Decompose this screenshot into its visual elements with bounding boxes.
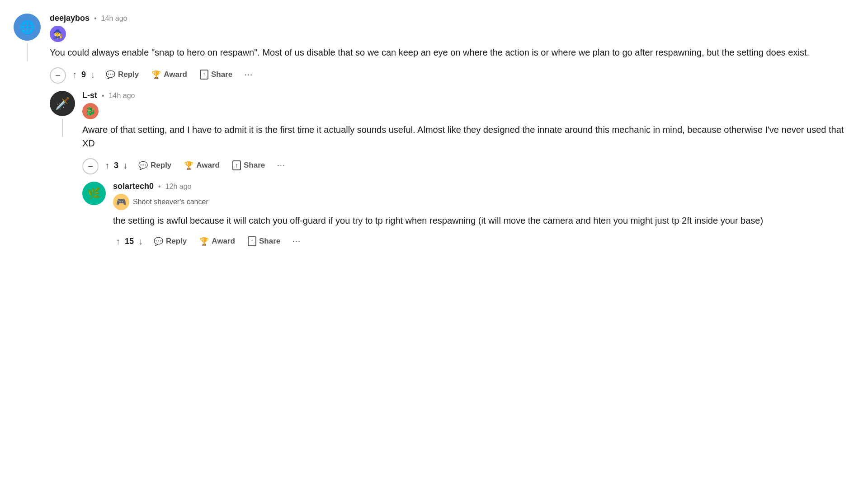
username-solartech[interactable]: solartech0 — [113, 182, 154, 191]
comment-body-deejaybos: deejaybos • 14h ago 🧙 You could always e… — [50, 14, 854, 263]
nested-solartech: 🌿 solartech0 • 12h ago 🎮 — [82, 182, 854, 253]
comment-header-solartech: solartech0 • 12h ago — [113, 182, 854, 191]
reply-btn-solartech[interactable]: 💬 Reply — [149, 234, 191, 249]
upvote-deejaybos[interactable]: ↑ — [70, 68, 80, 82]
flair-avatar-solartech: 🎮 — [113, 194, 129, 210]
action-bar-solartech: ↑ 15 ↓ 💬 Reply — [113, 234, 854, 249]
award-icon-solartech: 🏆 — [199, 237, 209, 246]
username-lst[interactable]: L-st — [82, 91, 97, 100]
comment-header-lst: L-st • 14h ago — [82, 91, 854, 100]
upvote-solartech[interactable]: ↑ — [113, 235, 123, 249]
downvote-solartech[interactable]: ↓ — [136, 235, 146, 249]
vote-group-solartech: ↑ 15 ↓ — [113, 235, 146, 249]
comment-body-solartech: solartech0 • 12h ago 🎮 Shoot sheever's c… — [113, 182, 854, 253]
avatar-col-deejaybos: 🌐 — [14, 14, 41, 61]
flair-row-deejaybos: 🧙 — [50, 26, 854, 42]
share-btn-solartech[interactable]: ↑ Share — [243, 234, 285, 249]
timestamp-lst: 14h ago — [109, 92, 135, 100]
award-icon-lst: 🏆 — [184, 161, 193, 170]
vote-group-deejaybos: ↑ 9 ↓ — [70, 68, 98, 82]
timestamp-solartech: 12h ago — [165, 183, 192, 191]
comment-text-deejaybos: You could always enable "snap to hero on… — [50, 46, 854, 59]
more-btn-lst[interactable]: ··· — [273, 158, 288, 173]
share-icon-lst: ↑ — [232, 160, 241, 170]
collapse-btn-lst[interactable]: − — [82, 158, 99, 174]
comment-body-lst: L-st • 14h ago 🐉 Aware of that setting, … — [82, 91, 854, 258]
vote-count-deejaybos: 9 — [81, 70, 86, 80]
upvote-lst[interactable]: ↑ — [102, 159, 112, 173]
flair-avatar-deejaybos: 🧙 — [50, 26, 66, 42]
comment-thread: 🌐 deejaybos • 14h ago 🧙 You could always… — [14, 14, 854, 263]
timestamp-deejaybos: 14h ago — [101, 14, 127, 23]
share-icon-deejaybos: ↑ — [200, 70, 208, 80]
flair-row-lst: 🐉 — [82, 103, 854, 119]
avatar-col-solartech: 🌿 — [82, 182, 106, 205]
avatar-col-lst: 🗡️ — [50, 91, 75, 137]
comment-deejaybos: 🌐 deejaybos • 14h ago 🧙 You could always… — [14, 14, 854, 263]
more-btn-deejaybos[interactable]: ··· — [241, 67, 256, 82]
comment-header-deejaybos: deejaybos • 14h ago — [50, 14, 854, 23]
avatar-solartech: 🌿 — [82, 182, 106, 205]
action-bar-deejaybos: − ↑ 9 ↓ 💬 Reply 🏆 Award ↑ Share — [50, 66, 854, 84]
thread-line-lst — [62, 119, 63, 137]
nested-lst: 🗡️ L-st • 14h ago 🐉 Aware of that settin… — [50, 91, 854, 258]
award-btn-solartech[interactable]: 🏆 Award — [195, 234, 240, 249]
avatar-lst: 🗡️ — [50, 91, 75, 116]
share-btn-deejaybos[interactable]: ↑ Share — [195, 67, 237, 82]
flair-avatar-lst: 🐉 — [82, 103, 99, 119]
flair-text-solartech: Shoot sheever's cancer — [133, 198, 208, 206]
reply-btn-lst[interactable]: 💬 Reply — [134, 158, 176, 173]
reply-btn-deejaybos[interactable]: 💬 Reply — [101, 67, 143, 82]
more-btn-solartech[interactable]: ··· — [288, 234, 304, 249]
reply-icon-solartech: 💬 — [154, 237, 163, 246]
share-icon-solartech: ↑ — [248, 236, 256, 246]
comment-row-lst: 🗡️ L-st • 14h ago 🐉 Aware of that settin… — [50, 91, 854, 258]
share-btn-lst[interactable]: ↑ Share — [228, 158, 269, 173]
comment-row-solartech: 🌿 solartech0 • 12h ago 🎮 — [82, 182, 854, 253]
award-btn-lst[interactable]: 🏆 Award — [179, 158, 224, 173]
award-btn-deejaybos[interactable]: 🏆 Award — [147, 67, 192, 82]
reply-icon-deejaybos: 💬 — [106, 70, 115, 80]
thread-line-deejaybos — [27, 43, 28, 61]
username-deejaybos[interactable]: deejaybos — [50, 14, 90, 23]
vote-count-lst: 3 — [114, 161, 118, 170]
vote-count-solartech: 15 — [125, 237, 134, 246]
reply-icon-lst: 💬 — [138, 161, 148, 170]
flair-row-solartech: 🎮 Shoot sheever's cancer — [113, 194, 854, 210]
comment-text-lst: Aware of that setting, and I have to adm… — [82, 123, 854, 150]
vote-group-lst: ↑ 3 ↓ — [102, 159, 130, 173]
action-bar-lst: − ↑ 3 ↓ 💬 Reply 🏆 — [82, 156, 854, 174]
collapse-btn-deejaybos[interactable]: − — [50, 67, 66, 84]
award-icon-deejaybos: 🏆 — [151, 70, 161, 80]
avatar-deejaybos: 🌐 — [14, 14, 41, 41]
downvote-deejaybos[interactable]: ↓ — [88, 68, 98, 82]
downvote-lst[interactable]: ↓ — [120, 159, 130, 173]
comment-text-solartech: the setting is awful because it will cat… — [113, 214, 854, 227]
